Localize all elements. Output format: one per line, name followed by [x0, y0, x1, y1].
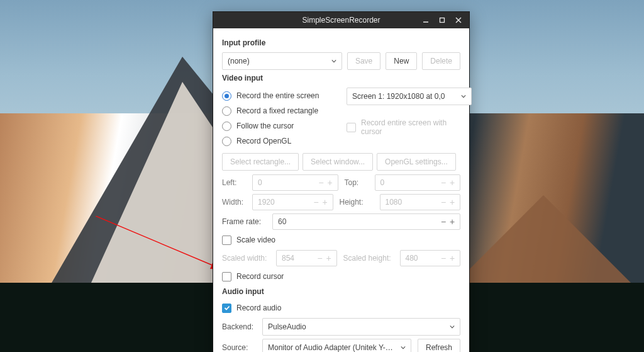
chevron-down-icon — [461, 94, 466, 99]
radio-icon — [222, 91, 231, 101]
audio-input-heading: Audio input — [222, 287, 460, 296]
height-value: 1080 — [380, 198, 440, 207]
left-spinner[interactable]: 0 −+ — [252, 174, 338, 191]
radio-icon — [222, 137, 231, 146]
checkbox-icon — [347, 123, 356, 132]
minus-icon[interactable]: − — [318, 178, 325, 188]
radio-icon — [222, 106, 231, 116]
checkbox-icon — [222, 304, 231, 313]
checkbox-record-audio[interactable]: Record audio — [222, 301, 460, 315]
left-value: 0 — [253, 178, 318, 187]
width-spinner[interactable]: 1920 −+ — [252, 194, 333, 210]
opengl-settings-button[interactable]: OpenGL settings... — [377, 153, 456, 171]
checkbox-label: Record cursor — [236, 272, 284, 281]
radio-record-opengl[interactable]: Record OpenGL — [222, 134, 335, 148]
select-window-button[interactable]: Select window... — [303, 153, 373, 171]
screen-select[interactable]: Screen 1: 1920x1080 at 0,0 — [347, 88, 472, 105]
source-select[interactable]: Monitor of Audio Adapter (Unitek Y-247A)… — [262, 339, 411, 352]
radio-label: Follow the cursor — [236, 122, 294, 130]
radio-label: Record the entire screen — [236, 91, 319, 100]
minus-icon[interactable]: − — [440, 217, 447, 227]
checkbox-icon — [222, 272, 231, 281]
desktop-background: SimpleScreenRecorder Input profile (none… — [0, 0, 644, 352]
checkbox-label: Scale video — [236, 236, 275, 244]
top-spinner[interactable]: 0 −+ — [375, 174, 461, 191]
top-label: Top: — [345, 178, 369, 187]
delete-button[interactable]: Delete — [422, 52, 460, 70]
chevron-down-icon — [331, 59, 336, 64]
plus-icon[interactable]: + — [448, 178, 456, 188]
window-title: SimpleScreenRecorder — [302, 16, 380, 25]
checkbox-record-cursor[interactable]: Record cursor — [222, 270, 460, 283]
svg-rect-3 — [440, 18, 445, 23]
minus-icon[interactable]: − — [440, 178, 447, 188]
radio-icon — [222, 122, 231, 131]
source-value: Monitor of Audio Adapter (Unitek Y-247A)… — [268, 343, 397, 352]
backend-label: Backend: — [222, 322, 256, 331]
scaled-width-spinner[interactable]: 854 −+ — [276, 250, 337, 266]
backend-select[interactable]: PulseAudio — [262, 318, 460, 336]
plus-icon[interactable]: + — [325, 253, 333, 263]
plus-icon[interactable]: + — [326, 178, 334, 188]
framerate-label: Frame rate: — [222, 217, 266, 226]
framerate-value: 60 — [273, 217, 440, 226]
minus-icon[interactable]: − — [440, 253, 447, 263]
plus-icon[interactable]: + — [448, 197, 456, 207]
top-value: 0 — [375, 178, 440, 187]
screen-select-value: Screen 1: 1920x1080 at 0,0 — [352, 92, 445, 101]
refresh-button[interactable]: Refresh — [418, 339, 460, 352]
width-label: Width: — [222, 198, 246, 207]
new-button[interactable]: New — [386, 52, 417, 70]
scaled-height-label: Scaled height: — [343, 254, 394, 263]
scaled-height-spinner[interactable]: 480 −+ — [400, 250, 461, 266]
height-spinner[interactable]: 1080 −+ — [380, 194, 461, 210]
radio-record-entire[interactable]: Record the entire screen — [222, 89, 335, 103]
scaled-width-value: 854 — [277, 254, 316, 263]
input-profile-select[interactable]: (none) — [222, 52, 342, 70]
radio-follow-cursor[interactable]: Follow the cursor — [222, 119, 335, 133]
plus-icon[interactable]: + — [448, 217, 456, 227]
video-input-heading: Video input — [222, 74, 460, 82]
minus-icon[interactable]: − — [316, 253, 324, 263]
framerate-spinner[interactable]: 60 −+ — [272, 213, 460, 230]
width-value: 1920 — [253, 198, 313, 207]
plus-icon[interactable]: + — [321, 197, 329, 207]
titlebar[interactable]: SimpleScreenRecorder — [213, 12, 469, 28]
input-profile-value: (none) — [228, 57, 250, 65]
scaled-height-value: 480 — [401, 254, 440, 263]
checkbox-label: Record entire screen with cursor — [361, 118, 460, 136]
height-label: Height: — [340, 198, 374, 207]
save-button[interactable]: Save — [347, 52, 380, 70]
maximize-icon[interactable] — [434, 13, 450, 27]
minus-icon[interactable]: − — [440, 197, 447, 207]
chevron-down-icon — [401, 345, 406, 350]
app-window: SimpleScreenRecorder Input profile (none… — [213, 11, 470, 352]
checkbox-entire-with-cursor: Record entire screen with cursor — [347, 120, 460, 134]
minimize-icon[interactable] — [418, 13, 434, 27]
chevron-down-icon — [450, 324, 455, 329]
checkbox-icon — [222, 236, 231, 245]
backend-value: PulseAudio — [268, 322, 306, 331]
input-profile-heading: Input profile — [222, 38, 460, 47]
radio-label: Record a fixed rectangle — [236, 106, 318, 115]
left-label: Left: — [222, 178, 246, 187]
scaled-width-label: Scaled width: — [222, 254, 270, 263]
select-rectangle-button[interactable]: Select rectangle... — [222, 153, 299, 171]
radio-record-rect[interactable]: Record a fixed rectangle — [222, 104, 335, 118]
radio-label: Record OpenGL — [236, 137, 291, 145]
close-icon[interactable] — [450, 13, 467, 27]
checkbox-scale-video[interactable]: Scale video — [222, 233, 460, 247]
checkbox-label: Record audio — [236, 304, 281, 312]
plus-icon[interactable]: + — [448, 253, 456, 263]
minus-icon[interactable]: − — [313, 197, 320, 207]
source-label: Source: — [222, 343, 256, 352]
